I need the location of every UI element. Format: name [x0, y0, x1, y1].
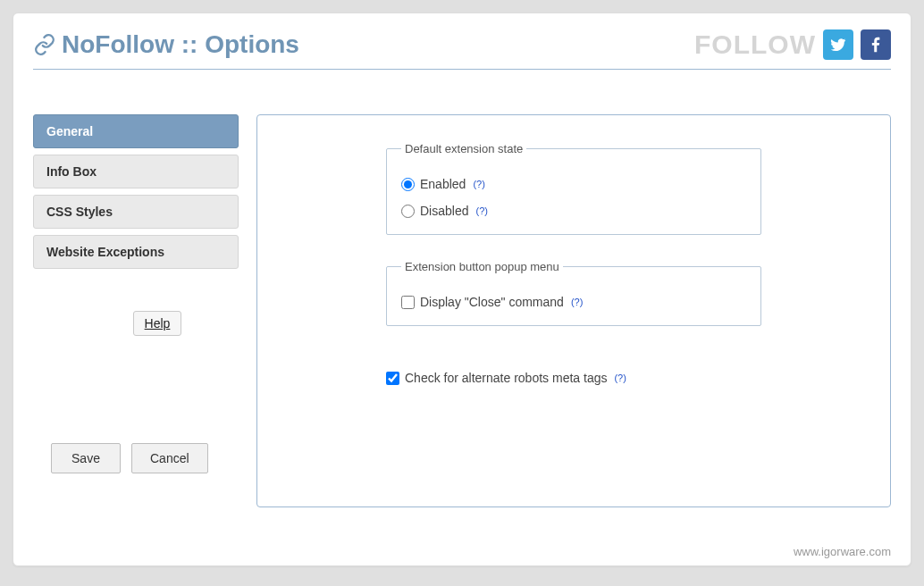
checkbox-alt-robots[interactable]	[386, 372, 399, 385]
help-icon[interactable]: (?)	[571, 297, 583, 307]
radio-enabled[interactable]	[401, 178, 415, 191]
twitter-icon	[829, 36, 847, 54]
help-icon[interactable]: (?)	[475, 205, 487, 216]
help-icon[interactable]: (?)	[614, 373, 626, 383]
form-area: Default extension state Enabled (?) Disa…	[386, 142, 761, 385]
facebook-icon	[867, 36, 885, 54]
sidebar: General Info Box CSS Styles Website Exce…	[33, 114, 239, 473]
radio-enabled-label: Enabled	[420, 177, 466, 191]
tab-info-box[interactable]: Info Box	[33, 155, 239, 188]
popup-menu-fieldset: Extension button popup menu Display "Clo…	[386, 260, 761, 326]
row-alt-robots: Check for alternate robots meta tags (?)	[386, 371, 761, 385]
twitter-button[interactable]	[823, 29, 853, 60]
radio-disabled[interactable]	[401, 205, 415, 218]
row-display-close: Display "Close" command (?)	[401, 295, 746, 309]
cancel-button[interactable]: Cancel	[131, 443, 208, 473]
follow-label: FOLLOW	[694, 29, 816, 60]
checkbox-display-close[interactable]	[401, 296, 415, 309]
display-close-label: Display "Close" command	[420, 295, 564, 309]
radio-row-enabled: Enabled (?)	[401, 177, 746, 191]
alt-robots-label: Check for alternate robots meta tags	[405, 371, 607, 385]
page-title: NoFollow :: Options	[33, 30, 299, 59]
save-button[interactable]: Save	[51, 443, 121, 473]
popup-menu-legend: Extension button popup menu	[401, 260, 563, 273]
link-icon	[33, 33, 56, 56]
tab-general[interactable]: General	[33, 114, 239, 148]
facebook-button[interactable]	[861, 29, 891, 60]
action-buttons: Save Cancel	[33, 443, 239, 473]
default-state-legend: Default extension state	[401, 142, 526, 155]
title-text: NoFollow :: Options	[62, 30, 299, 59]
content-pane: Default extension state Enabled (?) Disa…	[256, 114, 891, 507]
tab-website-exceptions[interactable]: Website Exceptions	[33, 235, 239, 269]
help-icon[interactable]: (?)	[473, 179, 484, 189]
body: General Info Box CSS Styles Website Exce…	[33, 114, 891, 507]
radio-disabled-label: Disabled	[420, 204, 468, 218]
footer-url[interactable]: www.igorware.com	[794, 545, 891, 558]
default-state-fieldset: Default extension state Enabled (?) Disa…	[386, 142, 761, 235]
follow-area: FOLLOW	[694, 29, 891, 60]
help-button[interactable]: Help	[133, 311, 182, 336]
header: NoFollow :: Options FOLLOW	[33, 29, 891, 70]
radio-row-disabled: Disabled (?)	[401, 204, 746, 218]
options-panel: NoFollow :: Options FOLLOW General Info …	[13, 13, 911, 566]
tab-css-styles[interactable]: CSS Styles	[33, 195, 239, 229]
